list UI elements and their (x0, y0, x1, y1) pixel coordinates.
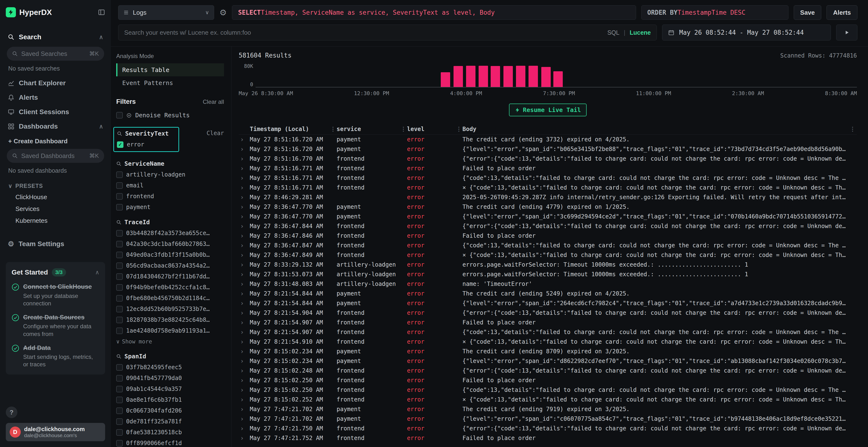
log-row[interactable]: ›May 27 8:51:16.771 AMfrontenderrorFaile… (239, 164, 857, 173)
facet-item[interactable]: 03b44828f42a3573ea655ce… (116, 230, 224, 237)
log-row[interactable]: ›May 27 8:31:53.073 AMartillery-loadgene… (239, 270, 857, 279)
log-row[interactable]: ›May 27 8:36:47.846 AMfrontenderrorFaile… (239, 231, 857, 241)
histogram-bar[interactable] (454, 66, 463, 87)
row-expand-icon[interactable]: › (239, 396, 250, 403)
presets-toggle[interactable]: ∨ PRESETS (6, 178, 105, 191)
resume-live-tail-button[interactable]: Resume Live Tail (509, 104, 587, 116)
checkbox[interactable] (116, 263, 123, 269)
clear-all-filters-button[interactable]: Clear all (203, 99, 224, 105)
log-row[interactable]: ›May 27 8:31:48.083 AMartillery-loadgene… (239, 279, 857, 289)
column-header-service[interactable]: service (337, 126, 400, 133)
log-row[interactable]: ›May 27 7:47:21.702 AMpaymenterrorThe cr… (239, 404, 857, 414)
row-expand-icon[interactable]: › (239, 136, 250, 143)
histogram-bar[interactable] (553, 71, 563, 87)
sidebar-preset-kubernetes[interactable]: Kubernetes (6, 215, 105, 227)
sidebar-item-search[interactable]: Search ∧ (6, 30, 105, 44)
checkbox[interactable] (116, 171, 123, 178)
row-expand-icon[interactable]: › (239, 271, 250, 278)
facet-item[interactable]: 12ec8dd52b60b9525733b7e… (116, 306, 224, 312)
sidebar-collapse-icon[interactable] (98, 9, 105, 16)
checkbox[interactable] (116, 386, 123, 392)
get-started-task[interactable]: Create Data SourcesConfigure where your … (11, 313, 99, 338)
facet-item[interactable]: payment (116, 204, 224, 210)
facet-item[interactable]: ✓error (117, 141, 169, 148)
log-row[interactable]: ›May 27 8:21:54.904 AMfrontenderror{"err… (239, 308, 857, 318)
row-expand-icon[interactable]: › (239, 300, 250, 307)
log-row[interactable]: ›May 27 8:15:02.250 AMfrontenderror{"cod… (239, 385, 857, 395)
log-row[interactable]: ›May 27 8:36:47.770 AMpaymenterrorThe cr… (239, 202, 857, 212)
checkbox[interactable] (116, 418, 123, 425)
row-expand-icon[interactable]: › (239, 357, 250, 365)
facet-item[interactable]: 0de781ff325a781f (116, 418, 224, 425)
histogram-bar[interactable] (541, 67, 551, 87)
sidebar-item-chart-explorer[interactable]: Chart Explorer (6, 76, 105, 90)
facet-item[interactable]: 0ae8e1f6c6b37fb1 (116, 397, 224, 403)
facet-item[interactable]: 18287038b73e882425c64b8… (116, 316, 224, 323)
log-row[interactable]: ›May 27 7:47:21.750 AMfrontenderror{"err… (239, 424, 857, 433)
checkbox[interactable] (116, 182, 123, 189)
saved-searches-button[interactable]: Saved Searches ⌘K (7, 47, 104, 61)
log-row[interactable]: ›May 27 8:51:16.771 AMfrontenderror{"cod… (239, 173, 857, 183)
analysis-mode-event-patterns[interactable]: Event Patterns (116, 76, 224, 89)
row-expand-icon[interactable]: › (239, 367, 250, 374)
log-row[interactable]: ›May 27 8:36:47.844 AMfrontenderror{"err… (239, 221, 857, 231)
facet-item[interactable]: email (116, 182, 224, 189)
facet-item[interactable]: 0f94b9befe0b4252ccfa1c8… (116, 284, 224, 291)
histogram-bar[interactable] (441, 72, 450, 87)
row-expand-icon[interactable]: › (239, 251, 250, 259)
sidebar-item-alerts[interactable]: Alerts (6, 90, 105, 105)
row-expand-icon[interactable]: › (239, 194, 250, 201)
row-expand-icon[interactable]: › (239, 377, 250, 384)
log-row[interactable]: ›May 27 7:47:21.702 AMpaymenterror{"leve… (239, 414, 857, 424)
analysis-mode-results-table[interactable]: Results Table (116, 63, 224, 76)
event-search-input[interactable] (124, 29, 603, 36)
histogram-bar[interactable] (516, 66, 525, 87)
get-started-header[interactable]: Get Started 3/3 ∧ (11, 268, 99, 276)
log-row[interactable]: ›May 27 8:15:02.250 AMfrontenderrorFaile… (239, 375, 857, 385)
alerts-button[interactable]: Alerts (827, 5, 858, 20)
facet-item[interactable]: 03f7b824595feec5 (116, 364, 224, 371)
denoise-toggle[interactable]: Denoise Results (116, 112, 224, 119)
row-expand-icon[interactable]: › (239, 155, 250, 162)
row-expand-icon[interactable]: › (239, 329, 250, 336)
histogram-bar[interactable] (528, 66, 538, 87)
facet-item[interactable]: 07d184304627bf2f11b67dd… (116, 273, 224, 280)
log-row[interactable]: ›May 27 7:47:21.752 AMfrontenderrorFaile… (239, 433, 857, 443)
log-row[interactable]: ›May 27 8:21:54.910 AMfrontenderror× {"c… (239, 337, 857, 347)
checkbox[interactable] (116, 112, 123, 118)
time-range-picker[interactable]: May 26 08:52:44 - May 27 08:52:44 (662, 25, 831, 40)
checkbox[interactable] (116, 317, 123, 323)
column-menu-icon[interactable]: ⋮ (400, 126, 407, 133)
column-menu-icon[interactable]: ⋮ (848, 126, 857, 133)
log-row[interactable]: ›May 27 8:51:16.720 AMpaymenterror{"leve… (239, 144, 857, 154)
facet-clear-button[interactable]: Clear (207, 130, 224, 137)
sidebar-item-client-sessions[interactable]: Client Sessions (6, 105, 105, 119)
checkbox[interactable] (116, 429, 123, 436)
saved-dashboards-button[interactable]: Saved Dashboards ⌘K (7, 149, 104, 163)
log-row[interactable]: ›May 27 8:46:29.281 AMerror2025-05-26T09… (239, 193, 857, 202)
histogram-bar[interactable] (478, 66, 488, 87)
log-row[interactable]: ›May 27 8:36:47.770 AMpaymenterror{"leve… (239, 212, 857, 221)
log-row[interactable]: ›May 27 8:51:16.770 AMfrontenderror{"err… (239, 154, 857, 164)
row-expand-icon[interactable]: › (239, 319, 250, 326)
log-row[interactable]: ›May 27 8:36:47.849 AMfrontenderror× {"c… (239, 250, 857, 260)
checkbox[interactable] (116, 440, 123, 447)
row-expand-icon[interactable]: › (239, 415, 250, 422)
run-query-button[interactable] (836, 25, 858, 40)
checkbox[interactable] (116, 284, 123, 291)
row-expand-icon[interactable]: › (239, 232, 250, 239)
checkbox[interactable] (116, 295, 123, 302)
source-select[interactable]: Logs ∨ (118, 5, 214, 20)
checkbox[interactable] (116, 241, 123, 247)
sidebar-preset-clickhouse[interactable]: ClickHouse (6, 191, 105, 203)
sidebar-preset-services[interactable]: Services (6, 203, 105, 215)
checkbox[interactable] (116, 306, 123, 312)
log-row[interactable]: ›May 27 8:21:54.907 AMfrontenderror{"cod… (239, 327, 857, 337)
sidebar-item-team-settings[interactable]: ⚙ Team Settings (6, 236, 105, 251)
checkbox[interactable] (116, 230, 123, 237)
facet-item[interactable]: 1ae42480d758e9ab91193a1… (116, 327, 224, 334)
sidebar-item-dashboards[interactable]: Dashboards ∧ (6, 119, 105, 134)
checkbox[interactable]: ✓ (117, 141, 123, 148)
histogram-bar[interactable] (503, 66, 513, 87)
checkbox[interactable] (116, 273, 123, 280)
